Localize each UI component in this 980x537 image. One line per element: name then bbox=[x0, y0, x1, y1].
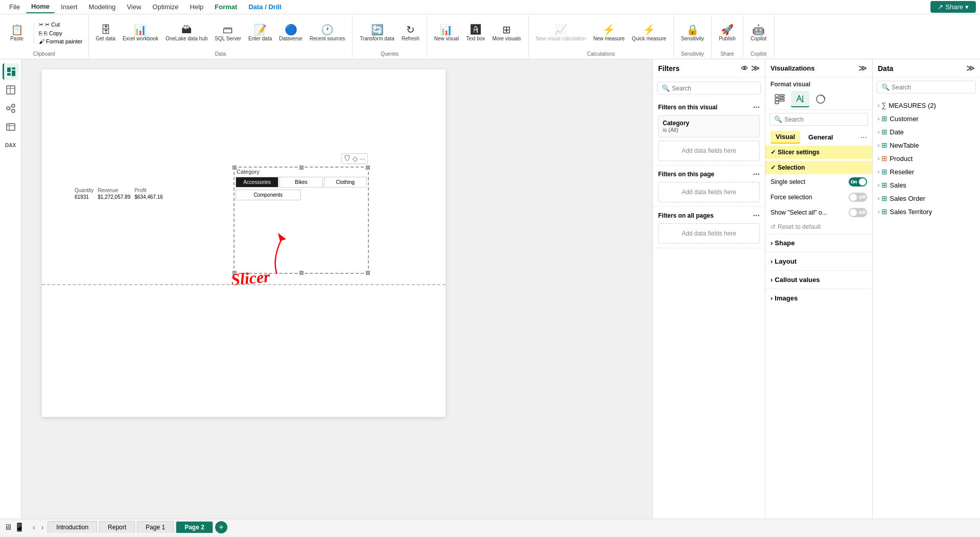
data-expand-icon[interactable]: ≫ bbox=[966, 63, 975, 73]
data-search-input[interactable] bbox=[892, 84, 971, 91]
transform-data-button[interactable]: 🔄 Transform data bbox=[357, 22, 397, 43]
slicer-item-bikes[interactable]: Bikes bbox=[279, 177, 322, 188]
filters-search-box[interactable]: 🔍 bbox=[657, 82, 761, 95]
viz-format-icon[interactable] bbox=[791, 91, 809, 107]
viz-tab-visual[interactable]: Visual bbox=[771, 131, 800, 144]
copilot-button[interactable]: 🤖 Copilot bbox=[748, 22, 770, 43]
menu-view[interactable]: View bbox=[122, 1, 146, 13]
filters-on-visual-more[interactable]: ··· bbox=[753, 103, 760, 112]
data-item-product[interactable]: › ⊞ Product bbox=[873, 152, 980, 165]
slicer-visual[interactable]: ⛉ ◇ ··· Category Accessories Bikes Cloth… bbox=[234, 167, 369, 274]
slicer-item-components[interactable]: Components bbox=[236, 190, 301, 200]
viz-tab-more-icon[interactable]: ··· bbox=[860, 133, 867, 142]
data-item-newtable[interactable]: › ⊞ NewTable bbox=[873, 138, 980, 152]
onelake-button[interactable]: 🏔 OneLake data hub bbox=[162, 22, 211, 43]
single-select-toggle-btn[interactable]: On bbox=[849, 177, 867, 186]
sidebar-report-icon[interactable] bbox=[3, 63, 19, 80]
filters-on-page-add[interactable]: Add data fields here bbox=[658, 182, 760, 202]
filters-on-page-more[interactable]: ··· bbox=[753, 170, 760, 179]
data-item-sales-territory[interactable]: › ⊞ Sales Territory bbox=[873, 205, 980, 218]
layout-section[interactable]: › Layout bbox=[765, 252, 872, 270]
menu-help[interactable]: Help bbox=[185, 1, 209, 13]
filters-on-all-more[interactable]: ··· bbox=[753, 211, 760, 220]
single-select-toggle[interactable]: On On bbox=[849, 177, 867, 186]
publish-button[interactable]: 🚀 Publish bbox=[716, 22, 739, 43]
page-tab-report[interactable]: Report bbox=[99, 521, 135, 533]
viz-expand-icon[interactable]: ≫ bbox=[858, 63, 867, 73]
recent-sources-button[interactable]: 🕐 Recent sources bbox=[307, 22, 348, 43]
filters-eye-icon[interactable]: 👁 bbox=[741, 64, 748, 73]
add-page-button[interactable]: + bbox=[215, 521, 227, 533]
data-item-sales[interactable]: › ⊞ Sales bbox=[873, 178, 980, 192]
data-item-date[interactable]: › ⊞ Date bbox=[873, 125, 980, 138]
selection-header[interactable]: ✓ Selection bbox=[765, 161, 872, 174]
menu-optimize[interactable]: Optimize bbox=[147, 1, 183, 13]
filters-search-input[interactable] bbox=[672, 85, 756, 92]
menu-home[interactable]: Home bbox=[26, 1, 55, 13]
show-select-all-toggle-btn[interactable]: Off bbox=[849, 208, 867, 217]
reset-to-default-button[interactable]: ↺ Reset to default bbox=[765, 220, 872, 234]
sidebar-explorer-icon[interactable] bbox=[3, 119, 19, 135]
filters-on-visual-add[interactable]: Add data fields here bbox=[658, 141, 760, 161]
filters-expand-icon[interactable]: ≫ bbox=[751, 63, 760, 73]
sidebar-dax-icon[interactable]: DAX bbox=[3, 137, 19, 153]
force-selection-toggle[interactable]: Off Off bbox=[849, 193, 867, 202]
viz-tab-general[interactable]: General bbox=[803, 131, 838, 143]
quick-measure-button[interactable]: ⚡ Quick measure bbox=[629, 22, 669, 43]
data-item-measures[interactable]: › ∑ MEASURES (2) bbox=[873, 99, 980, 112]
viz-search-input[interactable] bbox=[784, 116, 864, 123]
resize-handle-br[interactable] bbox=[366, 271, 370, 275]
enter-data-button[interactable]: 📝 Enter data bbox=[245, 22, 275, 43]
data-item-sales-order[interactable]: › ⊞ Sales Order bbox=[873, 192, 980, 205]
prev-page-button[interactable]: ‹ bbox=[31, 522, 37, 532]
sidebar-model-icon[interactable] bbox=[3, 100, 19, 116]
refresh-button[interactable]: ↻ Refresh bbox=[399, 22, 423, 43]
new-visual-calc-button[interactable]: 📈 New visual calculation bbox=[533, 22, 589, 43]
page-tab-introduction[interactable]: Introduction bbox=[48, 521, 97, 533]
menu-format[interactable]: Format bbox=[209, 1, 242, 13]
data-item-customer[interactable]: › ⊞ Customer bbox=[873, 112, 980, 125]
new-visual-button[interactable]: 📊 New visual bbox=[431, 22, 462, 43]
get-data-button[interactable]: 🗄 Get data bbox=[93, 22, 119, 43]
callout-values-section[interactable]: › Callout values bbox=[765, 270, 872, 289]
filter-icon[interactable]: ⛉ bbox=[344, 155, 351, 162]
page-tab-page2[interactable]: Page 2 bbox=[176, 521, 213, 533]
more-visuals-button[interactable]: ⊞ More visuals bbox=[489, 22, 524, 43]
images-section[interactable]: › Images bbox=[765, 289, 872, 307]
new-measure-button[interactable]: ⚡ New measure bbox=[590, 22, 628, 43]
mobile-view-button[interactable]: 📱 bbox=[14, 522, 25, 532]
shape-section[interactable]: › Shape bbox=[765, 234, 872, 252]
desktop-view-button[interactable]: 🖥 bbox=[4, 522, 12, 532]
text-box-button[interactable]: 🅰 Text box bbox=[463, 22, 488, 43]
resize-handle-tr[interactable] bbox=[366, 166, 370, 170]
canvas-area[interactable]: Quantity Revenue Profit 61931 $1,272,057… bbox=[21, 59, 653, 519]
page-tab-page1[interactable]: Page 1 bbox=[137, 521, 174, 533]
resize-handle-tl[interactable] bbox=[232, 166, 237, 170]
more-options-icon[interactable]: ··· bbox=[360, 155, 365, 162]
viz-search-box[interactable]: 🔍 bbox=[769, 113, 868, 126]
slicer-item-accessories[interactable]: Accessories bbox=[236, 177, 278, 188]
format-painter-button[interactable]: 🖌 Format painter bbox=[37, 38, 84, 45]
excel-workbook-button[interactable]: 📊 Excel workbook bbox=[120, 22, 161, 43]
slicer-item-clothing[interactable]: Clothing bbox=[324, 177, 367, 188]
resize-handle-bc[interactable] bbox=[299, 271, 304, 275]
slicer-settings-header[interactable]: ✓ Slicer settings bbox=[765, 146, 872, 159]
sql-server-button[interactable]: 🗃 SQL Server bbox=[212, 22, 244, 43]
menu-datadrill[interactable]: Data / Drill bbox=[243, 1, 286, 13]
paste-button[interactable]: 📋 Paste bbox=[4, 22, 30, 43]
force-selection-toggle-btn[interactable]: Off bbox=[849, 193, 867, 202]
copy-button[interactable]: ⎘ ⎘ Copy bbox=[37, 30, 84, 37]
data-search-box[interactable]: 🔍 bbox=[877, 81, 976, 94]
viz-build-icon[interactable] bbox=[771, 91, 789, 107]
dataverse-button[interactable]: 🔵 Dataverse bbox=[276, 22, 306, 43]
format-visual-icon[interactable]: ◇ bbox=[353, 155, 358, 162]
filter-card-category[interactable]: Category is (All) bbox=[658, 115, 760, 137]
menu-file[interactable]: File bbox=[4, 1, 25, 13]
viz-analytics-icon[interactable] bbox=[811, 91, 830, 107]
show-select-all-toggle[interactable]: Off Off bbox=[849, 208, 867, 217]
cut-button[interactable]: ✂ ✂ Cut bbox=[37, 21, 84, 29]
sensitivity-button[interactable]: 🔒 Sensitivity bbox=[678, 22, 707, 43]
share-button[interactable]: ↗ Share ▾ bbox=[930, 1, 976, 13]
menu-modeling[interactable]: Modeling bbox=[84, 1, 121, 13]
menu-insert[interactable]: Insert bbox=[56, 1, 83, 13]
